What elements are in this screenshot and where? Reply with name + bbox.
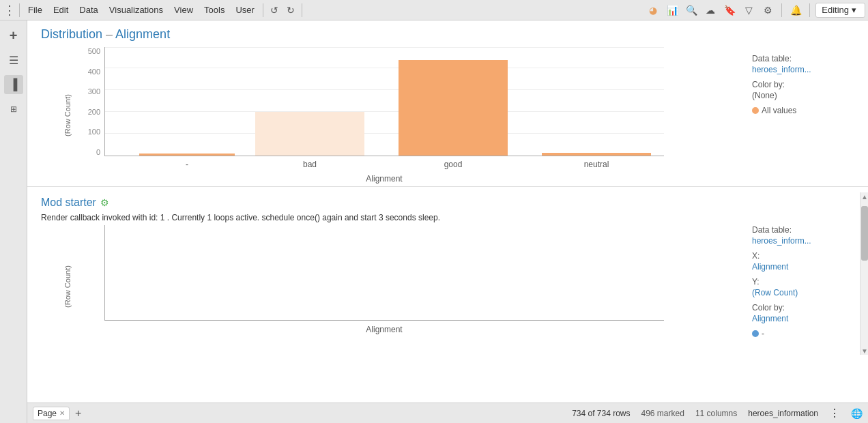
chart2-x-value[interactable]: Alignment	[752, 262, 854, 272]
section-divider	[27, 186, 868, 187]
x-label-bad: bad	[255, 160, 364, 169]
chart1-right-panel: Data table: heroes_inform... Color by: (…	[745, 54, 854, 115]
chart2-y-label: Y:	[752, 277, 854, 287]
chart2-data-table-value[interactable]: heroes_inform...	[752, 236, 854, 246]
chart2-y-axis-label: (Row Count)	[63, 265, 72, 308]
separator-5	[809, 3, 810, 17]
menu-edit[interactable]: Edit	[48, 2, 74, 18]
chart1-title-text: Distribution	[41, 27, 102, 41]
bookmark-icon[interactable]: 🔖	[721, 2, 738, 18]
table-name: heroes_information	[748, 409, 818, 418]
chart1-inner: 0 100 200 300 400 500	[78, 47, 745, 184]
scrollbar-down-arrow[interactable]: ▼	[860, 347, 868, 355]
bar-good-rect	[399, 60, 508, 156]
sidebar-add-icon[interactable]: +	[4, 26, 23, 45]
menu-file[interactable]: File	[23, 2, 48, 18]
bar-neutral	[542, 153, 651, 156]
bar-chart-icon[interactable]: 📊	[664, 2, 680, 18]
separator-1	[19, 3, 20, 17]
status-right: 734 of 734 rows 496 marked 11 columns he…	[572, 407, 863, 420]
x-label-neutral: neutral	[542, 160, 651, 169]
chart2-dot-label: -	[762, 329, 764, 338]
grid-line-300	[105, 89, 664, 90]
chart2-right-panel: Data table: heroes_inform... X: Alignmen…	[745, 225, 854, 348]
sidebar-list-icon[interactable]: ☰	[4, 50, 23, 70]
chart1-y-axis-label: (Row Count)	[63, 94, 72, 136]
mod-starter-gear-icon: ⚙	[100, 197, 109, 208]
chart1-section: Distribution – Alignment (Row Count) 0 1…	[27, 20, 868, 184]
menu-data[interactable]: Data	[74, 2, 103, 18]
chart1-data-table-value[interactable]: heroes_inform...	[752, 65, 854, 74]
y-tick-0: 0	[78, 148, 100, 156]
page-tab-close[interactable]: ✕	[59, 409, 65, 417]
main-content: Distribution – Alignment (Row Count) 0 1…	[27, 20, 868, 403]
chart1-all-values-label: All values	[762, 106, 796, 115]
chart1-plot: - bad good neutral	[104, 47, 664, 156]
editing-label: Editing	[822, 5, 849, 15]
grid-line-500	[105, 47, 664, 48]
columns-count: 11 columns	[695, 409, 737, 418]
sidebar-grid-icon[interactable]: ⊞	[4, 100, 23, 119]
globe-icon[interactable]: 🌐	[851, 408, 863, 419]
chart2-color-by-value[interactable]: Alignment	[752, 314, 854, 323]
editing-chevron: ▾	[852, 5, 856, 15]
pie-chart-icon[interactable]: ◕	[645, 2, 661, 18]
grid-line-100	[105, 133, 664, 134]
chart1-color-dot	[752, 107, 759, 114]
chart2-dot-row: -	[752, 329, 854, 338]
chart2-plot	[104, 225, 664, 321]
sidebar-chart-icon[interactable]: ▐	[4, 75, 23, 94]
notification-icon[interactable]: 🔔	[787, 2, 804, 18]
bar-bad-rect	[255, 112, 364, 156]
chart1-data-table-label: Data table:	[752, 54, 854, 63]
chart2-y-value[interactable]: (Row Count)	[752, 288, 854, 297]
cloud-icon[interactable]: ☁	[702, 2, 719, 18]
chart1-title: Distribution – Alignment	[41, 27, 854, 42]
separator-4	[781, 3, 782, 17]
chart2-container: (Row Count) Alignment Data table: heroes…	[41, 225, 854, 348]
menu-user[interactable]: User	[230, 2, 259, 18]
x-label-minus: -	[139, 160, 235, 169]
chart1-x-axis-label: Alignment	[104, 174, 664, 184]
chart2-render-msg: Render callback invoked with id: 1 . Cur…	[41, 213, 854, 222]
toolbar-menu-dots[interactable]: ⋮	[3, 2, 16, 18]
filter-icon[interactable]: ▽	[740, 2, 757, 18]
chart2-section: Mod starter ⚙ Render callback invoked wi…	[27, 192, 868, 355]
grid-line-400	[105, 68, 664, 68]
editing-button[interactable]: Editing ▾	[815, 3, 865, 18]
left-sidebar: + ☰ ▐ ⊞	[0, 20, 27, 423]
y-tick-200: 200	[78, 108, 100, 116]
x-label-good: good	[399, 160, 508, 169]
separator-2	[263, 3, 263, 17]
chart1-all-values-row: All values	[752, 106, 854, 115]
undo-icon[interactable]: ↺	[266, 2, 283, 18]
search-icon[interactable]: 🔍	[683, 2, 699, 18]
redo-icon[interactable]: ↻	[283, 2, 299, 18]
scrollbar-up-arrow[interactable]: ▲	[860, 192, 868, 201]
bar-good	[399, 60, 508, 156]
bar-bad	[255, 112, 364, 156]
y-tick-400: 400	[78, 68, 100, 76]
menu-tools[interactable]: Tools	[199, 2, 230, 18]
scrollbar-thumb[interactable]	[861, 206, 868, 261]
y-tick-100: 100	[78, 128, 100, 136]
rows-count: 734 of 734 rows	[572, 409, 630, 418]
chart1-title-dash: –	[106, 27, 115, 41]
menu-visualizations[interactable]: Visualizations	[104, 2, 169, 18]
menu-view[interactable]: View	[169, 2, 199, 18]
status-more-dots[interactable]: ⋮	[829, 407, 840, 420]
chart2-x-axis-label: Alignment	[104, 325, 664, 334]
chart1-plot-area: (Row Count) 0 100 200 300 400 500	[41, 47, 745, 184]
chart2-data-table-label: Data table:	[752, 225, 854, 235]
scrollbar-track[interactable]: ▲ ▼	[860, 192, 868, 355]
page-tab-label: Page	[38, 409, 57, 418]
chart1-title-emphasis: Alignment	[115, 27, 170, 41]
chart2-x-label: X:	[752, 251, 854, 261]
toolbar: ⋮ File Edit Data Visualizations View Too…	[0, 0, 868, 20]
separator-3	[302, 3, 302, 17]
marked-count: 496 marked	[641, 409, 684, 418]
page-tab[interactable]: Page ✕	[33, 407, 70, 420]
settings-icon[interactable]: ⚙	[760, 2, 776, 18]
tab-add-button[interactable]: +	[75, 407, 81, 420]
chart2-inner: Alignment	[78, 225, 745, 334]
